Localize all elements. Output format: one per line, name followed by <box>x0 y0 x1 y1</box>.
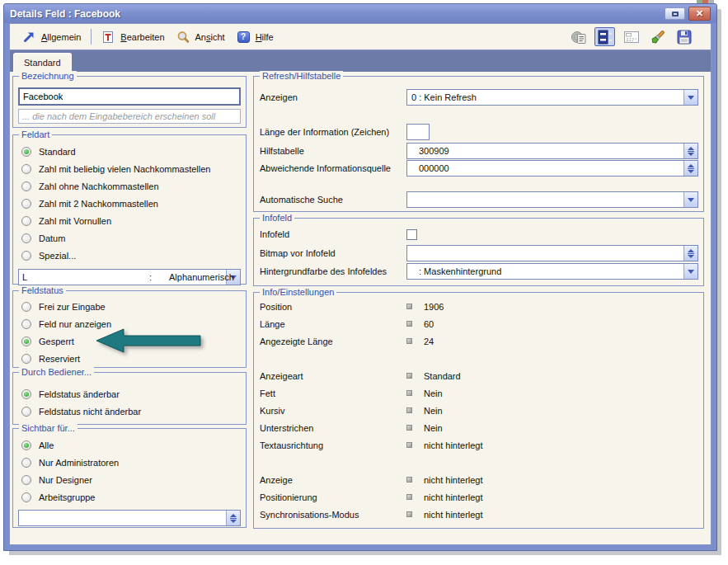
radio-feldart-datum[interactable]: Datum <box>13 229 246 247</box>
bullet-icon <box>406 338 412 344</box>
radio-label: Zahl mit 2 Nachkommastellen <box>39 199 158 209</box>
radio-label: Nur Administratoren <box>39 458 119 468</box>
feldtyp-code: L <box>19 272 27 282</box>
radio-label: Zahl ohne Nachkommastellen <box>39 181 159 191</box>
info-row-anzeigeart: AnzeigeartStandard <box>254 367 703 384</box>
field-label: Hintergrundfarbe des Infofeldes <box>260 266 406 276</box>
automatische-suche-select[interactable] <box>406 191 698 208</box>
menu-hilfe[interactable]: ? Hilfe <box>231 29 279 45</box>
radio-feldstatus-aenderbar[interactable]: Feldstatus änderbar <box>13 385 246 403</box>
radio-feldart-standard[interactable]: Standard <box>13 143 246 160</box>
spinner-icon[interactable] <box>683 144 697 158</box>
form-list-icon[interactable] <box>621 27 641 46</box>
right-column: Refresh/Hilfstabelle Anzeigen 0 : Kein R… <box>253 76 704 529</box>
chevron-down-icon[interactable] <box>683 192 697 207</box>
radio-icon <box>21 458 31 468</box>
radio-feldart-beliebig-nachkommastellen[interactable]: Zahl mit beliebig vielen Nachkommastelle… <box>13 160 246 177</box>
menu-label: Hilfe <box>256 32 274 42</box>
anzeigen-select[interactable]: 0 : Kein Refresh <box>406 89 698 106</box>
info-row-angezeigte-laenge: Angezeigte Länge24 <box>254 332 703 350</box>
radio-icon <box>21 354 31 364</box>
informationsquelle-input[interactable]: 000000 <box>406 160 698 177</box>
menu-ansicht[interactable]: Ansicht <box>171 29 231 45</box>
radio-icon <box>21 319 31 329</box>
radio-feldart-spezial[interactable]: Spezial... <box>13 247 246 264</box>
bullet-icon <box>406 304 412 309</box>
bezeichnung-input[interactable] <box>18 87 241 106</box>
radio-feldstatus-nicht-aenderbar[interactable]: Feldstatus nicht änderbar <box>13 403 246 420</box>
group-title: Info/Einstellungen <box>260 287 336 298</box>
minimize-button[interactable] <box>665 7 685 20</box>
spinner-icon[interactable] <box>683 161 697 176</box>
radio-label: Arbeitsgruppe <box>39 492 96 502</box>
group-info-einstellungen: Info/Einstellungen Position1906 Länge60 … <box>253 292 704 529</box>
stamp-list-icon[interactable] <box>568 27 589 46</box>
group-title: Sichtbar für... <box>19 423 77 434</box>
radio-label: Alle <box>39 440 54 450</box>
paintbrush-icon[interactable] <box>647 27 668 46</box>
tab-standard[interactable]: Standard <box>13 53 72 72</box>
radio-label: Frei zur Eingabe <box>39 302 106 312</box>
chevron-down-icon[interactable] <box>683 264 697 279</box>
radio-feldart-vornullen[interactable]: Zahl mit Vornullen <box>13 212 246 229</box>
bullet-icon <box>406 390 412 396</box>
radio-icon <box>21 251 31 261</box>
field-label: Hilfstabelle <box>260 146 406 156</box>
radio-label: Gesperrt <box>39 337 74 346</box>
chevron-down-icon[interactable] <box>683 90 697 105</box>
radio-label: Spezial... <box>39 251 76 261</box>
content-area: Bezeichnung Feldart Standard Zahl mit be… <box>10 72 711 544</box>
field-label: Anzeigen <box>260 92 406 102</box>
radio-frei-zur-eingabe[interactable]: Frei zur Eingabe <box>13 298 246 315</box>
hilfstabelle-input[interactable]: 300909 <box>406 143 698 159</box>
sort-icon[interactable] <box>594 27 615 46</box>
laenge-information-input[interactable] <box>406 124 430 140</box>
spinner-icon[interactable] <box>226 511 240 525</box>
radio-arbeitsgruppe[interactable]: Arbeitsgruppe <box>13 488 246 506</box>
hintergrundfarbe-select[interactable]: : Maskenhintergrund <box>406 263 698 280</box>
radio-icon <box>21 216 31 226</box>
radio-icon <box>21 492 31 502</box>
bezeichnung-hint-input[interactable] <box>18 109 241 124</box>
feldtyp-select[interactable]: L : Alphanumerisch <box>18 269 241 285</box>
row-hilfstabelle: Hilfstabelle 300909 <box>260 143 698 159</box>
radio-feldart-ohne-nachkommastellen[interactable]: Zahl ohne Nachkommastellen <box>13 177 246 195</box>
menu-separator <box>91 29 92 45</box>
radio-nur-designer[interactable]: Nur Designer <box>13 471 246 488</box>
menu-label: Bearbeiten <box>120 32 164 42</box>
minimize-icon <box>672 12 679 16</box>
radio-nur-administratoren[interactable]: Nur Administratoren <box>13 454 246 471</box>
radio-icon <box>21 337 31 346</box>
radio-icon <box>21 233 31 243</box>
radio-label: Zahl mit Vornullen <box>39 216 111 226</box>
spinner-icon[interactable] <box>683 246 697 261</box>
dialog-window: Details Feld : Facebook ✕ Allgemein Bear… <box>3 3 717 551</box>
bitmap-input[interactable] <box>406 245 698 261</box>
group-title: Feldstatus <box>19 285 66 296</box>
info-row-positionierung: Positionierungnicht hinterlegt <box>254 488 703 506</box>
save-icon[interactable] <box>674 27 694 46</box>
info-row-fett: FettNein <box>254 384 703 402</box>
close-icon: ✕ <box>696 9 703 18</box>
row-anzeigen: Anzeigen 0 : Kein Refresh <box>260 89 698 106</box>
menu-allgemein[interactable]: Allgemein <box>16 29 87 45</box>
titlebar[interactable]: Details Feld : Facebook ✕ <box>4 4 716 23</box>
close-button[interactable]: ✕ <box>688 7 711 21</box>
arbeitsgruppe-input[interactable] <box>18 510 241 526</box>
row-infofeld-checkbox: Infofeld <box>260 228 698 240</box>
menu-label: Ansicht <box>195 32 225 42</box>
window-body: Allgemein Bearbeiten Ansicht ? Hilfe <box>9 23 712 545</box>
menu-bearbeiten[interactable]: Bearbeiten <box>96 29 170 45</box>
row-informationsquelle: Abweichende Informationsquelle 000000 <box>260 160 698 177</box>
field-label: Automatische Suche <box>260 195 406 205</box>
radio-alle[interactable]: Alle <box>13 436 246 454</box>
radio-icon <box>21 389 31 399</box>
row-bitmap-vor-infofeld: Bitmap vor Infofeld <box>260 245 698 261</box>
row-laenge-information: Länge der Information (Zeichen) <box>260 124 698 140</box>
radio-feldart-2-nachkommastellen[interactable]: Zahl mit 2 Nachkommastellen <box>13 195 246 212</box>
radio-label: Nur Designer <box>39 475 92 485</box>
infofeld-checkbox[interactable] <box>406 229 417 240</box>
field-label: Abweichende Informationsquelle <box>260 163 406 173</box>
menu-label: Allgemein <box>41 32 81 42</box>
info-row-kursiv: KursivNein <box>254 402 703 419</box>
